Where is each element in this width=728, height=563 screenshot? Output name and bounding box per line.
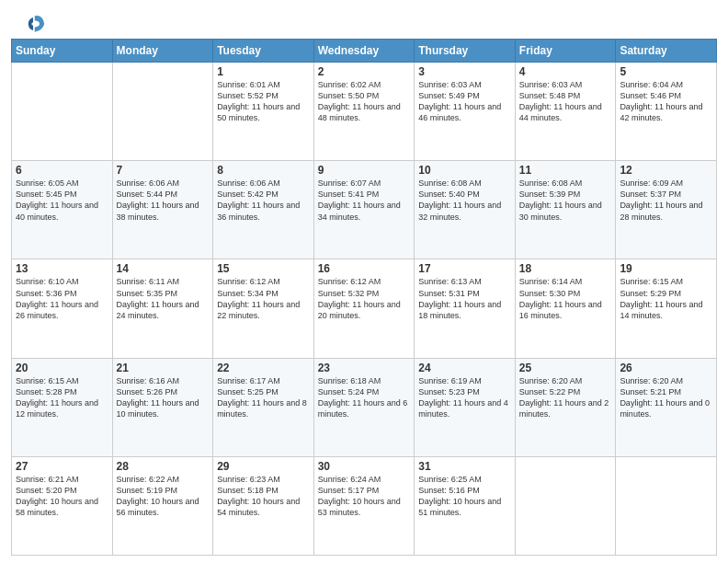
calendar-cell: 13Sunrise: 6:10 AMSunset: 5:36 PMDayligh… [12, 259, 113, 358]
calendar-cell: 22Sunrise: 6:17 AMSunset: 5:25 PMDayligh… [213, 358, 314, 456]
day-number: 28 [117, 460, 210, 473]
calendar-cell: 7Sunrise: 6:06 AMSunset: 5:44 PMDaylight… [112, 161, 213, 259]
day-number: 22 [217, 362, 310, 374]
calendar-cell: 14Sunrise: 6:11 AMSunset: 5:35 PMDayligh… [112, 259, 213, 358]
day-number: 23 [318, 362, 411, 374]
cell-text: Sunrise: 6:12 AMSunset: 5:32 PMDaylight:… [318, 276, 411, 321]
day-number: 8 [217, 164, 310, 177]
day-number: 12 [620, 164, 712, 177]
cell-text: Sunrise: 6:22 AMSunset: 5:19 PMDaylight:… [117, 474, 210, 519]
cell-text: Sunrise: 6:15 AMSunset: 5:29 PMDaylight:… [620, 276, 712, 321]
day-number: 19 [620, 262, 712, 275]
calendar-cell: 27Sunrise: 6:21 AMSunset: 5:20 PMDayligh… [12, 456, 113, 555]
day-number: 29 [217, 460, 310, 473]
logo [17, 11, 46, 33]
calendar-cell: 8Sunrise: 6:06 AMSunset: 5:42 PMDaylight… [213, 161, 314, 259]
calendar-cell: 20Sunrise: 6:15 AMSunset: 5:28 PMDayligh… [12, 358, 113, 456]
header [0, 0, 728, 39]
cell-text: Sunrise: 6:19 AMSunset: 5:23 PMDaylight:… [418, 375, 511, 420]
calendar-cell: 16Sunrise: 6:12 AMSunset: 5:32 PMDayligh… [313, 259, 415, 358]
cell-text: Sunrise: 6:10 AMSunset: 5:36 PMDaylight:… [16, 276, 108, 321]
weekday-header-monday: Monday [112, 40, 213, 63]
day-number: 25 [519, 362, 612, 374]
day-number: 30 [318, 460, 411, 473]
cell-text: Sunrise: 6:24 AMSunset: 5:17 PMDaylight:… [318, 474, 411, 519]
calendar-cell: 2Sunrise: 6:02 AMSunset: 5:50 PMDaylight… [313, 63, 415, 161]
day-number: 27 [16, 460, 108, 473]
day-number: 20 [16, 362, 108, 374]
day-number: 17 [418, 262, 511, 275]
weekday-header-saturday: Saturday [616, 40, 717, 63]
day-number: 4 [519, 65, 612, 78]
week-row-1: 1Sunrise: 6:01 AMSunset: 5:52 PMDaylight… [12, 63, 717, 161]
day-number: 9 [318, 164, 411, 177]
cell-text: Sunrise: 6:18 AMSunset: 5:24 PMDaylight:… [318, 375, 411, 420]
cell-text: Sunrise: 6:15 AMSunset: 5:28 PMDaylight:… [16, 375, 108, 420]
calendar-cell: 26Sunrise: 6:20 AMSunset: 5:21 PMDayligh… [616, 358, 717, 456]
cell-text: Sunrise: 6:23 AMSunset: 5:18 PMDaylight:… [217, 474, 310, 519]
calendar-cell: 21Sunrise: 6:16 AMSunset: 5:26 PMDayligh… [112, 358, 213, 456]
day-number: 2 [318, 65, 411, 78]
day-number: 24 [418, 362, 511, 374]
cell-text: Sunrise: 6:25 AMSunset: 5:16 PMDaylight:… [418, 474, 511, 519]
day-number: 10 [418, 164, 511, 177]
cell-text: Sunrise: 6:20 AMSunset: 5:21 PMDaylight:… [620, 375, 712, 420]
day-number: 21 [117, 362, 210, 374]
cell-text: Sunrise: 6:01 AMSunset: 5:52 PMDaylight:… [217, 79, 310, 124]
week-row-4: 20Sunrise: 6:15 AMSunset: 5:28 PMDayligh… [12, 358, 717, 456]
calendar-cell: 5Sunrise: 6:04 AMSunset: 5:46 PMDaylight… [616, 63, 717, 161]
cell-text: Sunrise: 6:16 AMSunset: 5:26 PMDaylight:… [117, 375, 210, 420]
cell-text: Sunrise: 6:20 AMSunset: 5:22 PMDaylight:… [519, 375, 612, 420]
cell-text: Sunrise: 6:21 AMSunset: 5:20 PMDaylight:… [16, 474, 108, 519]
calendar-cell: 19Sunrise: 6:15 AMSunset: 5:29 PMDayligh… [616, 259, 717, 358]
cell-text: Sunrise: 6:06 AMSunset: 5:42 PMDaylight:… [217, 178, 310, 223]
logo-icon [20, 11, 46, 37]
calendar-cell: 10Sunrise: 6:08 AMSunset: 5:40 PMDayligh… [415, 161, 516, 259]
day-number: 15 [217, 262, 310, 275]
day-number: 7 [117, 164, 210, 177]
calendar-cell: 24Sunrise: 6:19 AMSunset: 5:23 PMDayligh… [415, 358, 516, 456]
cell-text: Sunrise: 6:17 AMSunset: 5:25 PMDaylight:… [217, 375, 310, 420]
day-number: 5 [620, 65, 712, 78]
cell-text: Sunrise: 6:03 AMSunset: 5:48 PMDaylight:… [519, 79, 612, 124]
cell-text: Sunrise: 6:08 AMSunset: 5:39 PMDaylight:… [519, 178, 612, 223]
calendar-cell: 1Sunrise: 6:01 AMSunset: 5:52 PMDaylight… [213, 63, 314, 161]
week-row-3: 13Sunrise: 6:10 AMSunset: 5:36 PMDayligh… [12, 259, 717, 358]
day-number: 13 [16, 262, 108, 275]
calendar-cell: 9Sunrise: 6:07 AMSunset: 5:41 PMDaylight… [313, 161, 415, 259]
weekday-header-wednesday: Wednesday [313, 40, 415, 63]
cell-text: Sunrise: 6:05 AMSunset: 5:45 PMDaylight:… [16, 178, 108, 223]
cell-text: Sunrise: 6:03 AMSunset: 5:49 PMDaylight:… [418, 79, 511, 124]
day-number: 11 [519, 164, 612, 177]
cell-text: Sunrise: 6:14 AMSunset: 5:30 PMDaylight:… [519, 276, 612, 321]
day-number: 26 [620, 362, 712, 374]
day-number: 6 [16, 164, 108, 177]
cell-text: Sunrise: 6:07 AMSunset: 5:41 PMDaylight:… [318, 178, 411, 223]
week-row-2: 6Sunrise: 6:05 AMSunset: 5:45 PMDaylight… [12, 161, 717, 259]
calendar-cell: 30Sunrise: 6:24 AMSunset: 5:17 PMDayligh… [313, 456, 415, 555]
cell-text: Sunrise: 6:11 AMSunset: 5:35 PMDaylight:… [117, 276, 210, 321]
calendar-cell: 31Sunrise: 6:25 AMSunset: 5:16 PMDayligh… [415, 456, 516, 555]
calendar-cell [112, 63, 213, 161]
weekday-header-sunday: Sunday [12, 40, 113, 63]
calendar-cell [12, 63, 113, 161]
calendar-page: SundayMondayTuesdayWednesdayThursdayFrid… [0, 0, 728, 563]
weekday-header-friday: Friday [515, 40, 616, 63]
cell-text: Sunrise: 6:02 AMSunset: 5:50 PMDaylight:… [318, 79, 411, 124]
calendar-table: SundayMondayTuesdayWednesdayThursdayFrid… [11, 39, 717, 556]
weekday-header-tuesday: Tuesday [213, 40, 314, 63]
calendar-cell: 12Sunrise: 6:09 AMSunset: 5:37 PMDayligh… [616, 161, 717, 259]
calendar-cell: 28Sunrise: 6:22 AMSunset: 5:19 PMDayligh… [112, 456, 213, 555]
day-number: 1 [217, 65, 310, 78]
weekday-header-thursday: Thursday [415, 40, 516, 63]
day-number: 31 [418, 460, 511, 473]
day-number: 16 [318, 262, 411, 275]
cell-text: Sunrise: 6:06 AMSunset: 5:44 PMDaylight:… [117, 178, 210, 223]
week-row-5: 27Sunrise: 6:21 AMSunset: 5:20 PMDayligh… [12, 456, 717, 555]
cell-text: Sunrise: 6:12 AMSunset: 5:34 PMDaylight:… [217, 276, 310, 321]
calendar-cell: 29Sunrise: 6:23 AMSunset: 5:18 PMDayligh… [213, 456, 314, 555]
cell-text: Sunrise: 6:04 AMSunset: 5:46 PMDaylight:… [620, 79, 712, 124]
calendar-cell: 4Sunrise: 6:03 AMSunset: 5:48 PMDaylight… [515, 63, 616, 161]
calendar-cell: 3Sunrise: 6:03 AMSunset: 5:49 PMDaylight… [415, 63, 516, 161]
calendar-cell: 6Sunrise: 6:05 AMSunset: 5:45 PMDaylight… [12, 161, 113, 259]
